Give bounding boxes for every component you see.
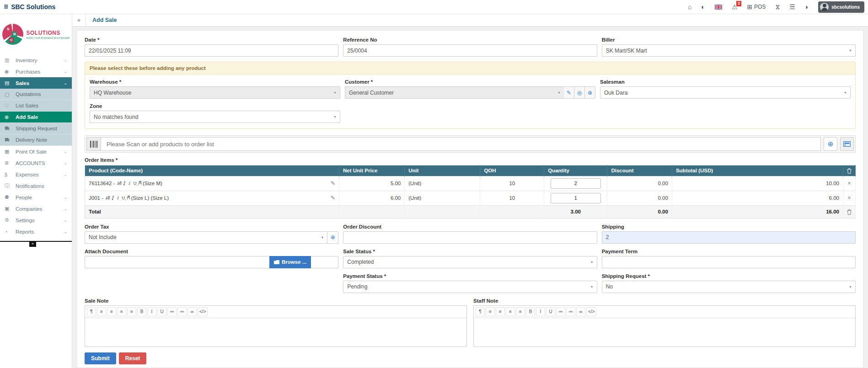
browse-button[interactable]: Browse ... [269,256,311,268]
biller-select[interactable]: SK Mart/SK Mart [602,44,856,57]
view-customer-icon[interactable]: ◎ [574,86,585,99]
editor-toolbar-button[interactable]: B [526,307,535,316]
list-menu-icon[interactable]: ☰ [789,3,795,11]
sidebar-item[interactable]: ▥ Inventory ⌄ [0,54,72,66]
sidebar-item[interactable]: ▢ Quotations [0,89,72,100]
quantity-input[interactable] [551,193,601,203]
editor-toolbar-button[interactable]: I [147,307,156,316]
sidebar-item[interactable]: ▦ Point Of Sale ⌄ [0,146,72,157]
customer-value: General Customer [349,90,394,96]
sidebar-item[interactable]: ♡ List Sales [0,100,72,112]
add-product-manually-button[interactable]: ⊕ [824,137,837,151]
editor-toolbar-button[interactable]: ≡ [496,307,505,316]
sidebar-item[interactable]: ⚉ People ⌄ [0,192,72,203]
clear-all-icon[interactable] [843,205,856,218]
zone-value: No matches found [94,114,138,120]
editor-toolbar-button[interactable]: </> [198,307,208,316]
warehouse-select[interactable]: HQ Warehouse [90,86,340,99]
sidebar-item[interactable]: ▣ Companies ⌄ [0,203,72,214]
editor-toolbar-button[interactable]: ≡ [117,307,126,316]
logo-tagline: MAKE YOUR BUSINESS MUCH EASIER [27,37,70,39]
sale-status-select[interactable]: Completed [343,256,597,268]
sidebar-item[interactable]: ◉ Purchases ⌄ [0,66,72,77]
editor-toolbar-button[interactable]: ∞ [576,307,585,316]
editor-toolbar-button[interactable]: U [157,307,166,316]
sidebar-item[interactable]: ⓘ Notifications [0,180,72,192]
remove-row-button[interactable]: × [847,180,851,187]
language-flag-icon[interactable] [715,5,722,10]
sidebar-item[interactable]: ⊕ Add Sale [0,112,72,123]
app-brand[interactable]: ⠿ SBC Solutions [4,3,55,11]
submit-button[interactable]: Submit [85,352,116,364]
editor-toolbar-button[interactable]: U [546,307,555,316]
order-tax-select[interactable]: Not Include [85,231,327,244]
editor-toolbar-button[interactable]: I [536,307,545,316]
remove-row-button[interactable]: × [847,195,851,201]
sidebar-item[interactable]: $ Expenses ⌄ [0,169,72,180]
col-unit: Unit [405,165,480,176]
editor-toolbar-button[interactable]: B [137,307,146,316]
theme-contrast-icon[interactable]: ◐ [701,3,705,11]
table-total-row: Total 3.00 0.00 16.00 [85,205,856,218]
staff-note-textarea[interactable] [474,318,855,347]
editor-toolbar-button[interactable]: ≡ [516,307,525,316]
sidebar-item[interactable]: ⛟ Shipping Request [0,123,72,134]
customer-select[interactable]: General Customer [345,86,564,99]
sidebar-item[interactable]: ≣ ACCOUNTS ⌄ [0,157,72,169]
editor-toolbar-button[interactable]: ≕ [177,307,187,316]
edit-product-icon[interactable]: ✎ [331,180,335,187]
quantity-input[interactable] [551,178,601,189]
editor-toolbar-button[interactable]: ≡ [127,307,136,316]
editor-toolbar-button[interactable]: ≡ [506,307,515,316]
order-discount-input[interactable] [343,231,597,244]
sidebar-item[interactable]: ▤ Sales ⌄ [0,77,72,89]
new-tab-button[interactable]: + [72,14,86,26]
editor-toolbar-button[interactable]: ¶ [87,307,96,316]
shipping-request-select[interactable]: No [602,281,856,293]
home-icon[interactable]: ⌂ [688,3,691,11]
editor-toolbar-button[interactable]: ≔ [167,307,177,316]
sidebar-item[interactable]: ⛟ Delivery Note [0,134,72,146]
editor-toolbar-button[interactable]: ∞ [188,307,197,316]
user-menu[interactable]: sbcsolutions [818,1,864,13]
editor-toolbar-button[interactable]: </> [586,307,596,316]
editor-toolbar-button[interactable]: ≕ [566,307,575,316]
company-logo[interactable]: S B C SOLUTIONS MAKE YOUR BUSINESS MUCH … [0,14,72,54]
pending-hourglass-icon[interactable]: ⧖ [775,3,780,11]
sidebar-item[interactable]: ◔ Reports ⌄ [0,226,72,237]
product-scan-input[interactable] [101,137,821,151]
editor-toolbar-button[interactable]: ≡ [97,307,106,316]
add-tax-button[interactable]: ⊕ [327,231,338,244]
editor-toolbar-button[interactable]: ≡ [486,307,495,316]
reset-button[interactable]: Reset [119,352,147,364]
sidebar-item-icon: ◔ [5,229,16,235]
reference-input[interactable] [343,44,597,57]
chevron-down-icon: ⌄ [64,81,67,85]
shipping-input[interactable] [602,231,856,244]
sale-note-editor[interactable]: ¶≡≡≡≡BIU≔≕∞</> [85,305,467,347]
edit-customer-icon[interactable]: ✎ [564,86,574,99]
sale-note-label: Sale Note [85,298,467,304]
add-customer-icon[interactable]: ⊕ [585,86,595,99]
pos-link[interactable]: ⊞ POS [747,3,766,11]
payment-term-input[interactable] [602,256,856,268]
sale-note-textarea[interactable] [85,318,466,347]
zone-select[interactable]: No matches found [90,111,340,123]
alerts-icon[interactable]: ⚠ 2 [732,3,738,11]
logo-letter-b: B [12,32,17,37]
sidebar-collapse-button[interactable]: « [29,241,36,247]
salesman-select[interactable]: Ouk Dara [600,86,851,99]
sidebar-item-label: Settings [16,218,64,223]
drop-icon[interactable]: ◗ [805,3,809,11]
editor-toolbar-button[interactable]: ¶ [476,307,485,316]
notice-text: Please select these before adding any pr… [85,62,855,75]
delete-all-icon[interactable] [843,165,856,176]
date-input[interactable] [85,44,338,57]
editor-toolbar-button[interactable]: ≡ [107,307,116,316]
edit-product-icon[interactable]: ✎ [331,195,335,201]
payment-status-select[interactable]: Pending [343,281,597,293]
staff-note-editor[interactable]: ¶≡≡≡≡BIU≔≕∞</> [473,305,856,347]
editor-toolbar-button[interactable]: ≔ [556,307,565,316]
keypad-icon-button[interactable] [840,137,854,151]
sidebar-item[interactable]: ⚙ Settings ⌄ [0,214,72,226]
